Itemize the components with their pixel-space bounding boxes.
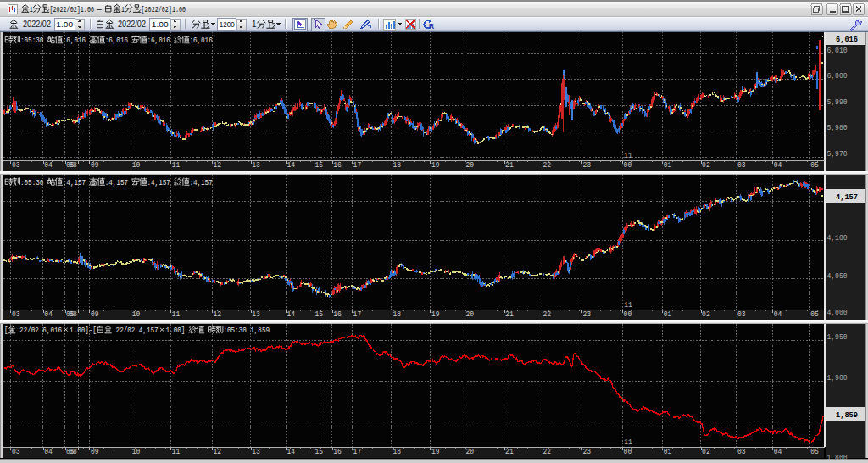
svg-text:01: 01: [664, 310, 672, 319]
svg-text:R: R: [429, 22, 435, 31]
svg-text:15: 15: [315, 161, 324, 170]
svg-text::05:30: :05:30: [20, 36, 43, 45]
svg-text:5,990: 5,990: [827, 98, 848, 107]
svg-text:11: 11: [624, 301, 632, 310]
svg-text::6,016: :6,016: [63, 36, 86, 45]
svg-text:23: 23: [582, 448, 591, 456]
svg-text:18: 18: [392, 448, 401, 456]
svg-text:20: 20: [466, 161, 475, 170]
svg-text:22: 22: [543, 161, 552, 170]
svg-text:2022/02: 2022/02: [23, 20, 51, 29]
svg-text:11: 11: [624, 438, 632, 447]
svg-text::6,016: :6,016: [147, 36, 170, 45]
svg-text:22/02 4,157: 22/02 4,157: [116, 326, 159, 335]
svg-text:20: 20: [466, 448, 475, 456]
svg-text:5,970: 5,970: [827, 150, 848, 159]
svg-text:08: 08: [69, 310, 77, 319]
svg-text:10: 10: [132, 448, 141, 456]
svg-text:09: 09: [91, 161, 99, 170]
svg-text:23: 23: [582, 310, 591, 319]
svg-text:00: 00: [624, 310, 632, 319]
svg-text:03: 03: [12, 448, 20, 456]
svg-text:4,100: 4,100: [827, 234, 848, 243]
svg-text::6,016: :6,016: [105, 36, 128, 45]
svg-text::6,016: :6,016: [189, 36, 212, 45]
svg-text:-: -: [94, 5, 104, 14]
svg-text:18: 18: [392, 161, 401, 170]
svg-text:04: 04: [44, 448, 53, 456]
svg-text:19: 19: [431, 310, 440, 319]
svg-text:02: 02: [702, 161, 710, 170]
svg-text:1.00: 1.00: [56, 20, 73, 29]
svg-text:15: 15: [315, 310, 324, 319]
svg-text:02: 02: [702, 448, 710, 456]
svg-text:22/02 6,016: 22/02 6,016: [19, 326, 62, 335]
svg-text:00: 00: [624, 448, 632, 456]
svg-text:5,980: 5,980: [827, 124, 848, 132]
svg-text:08: 08: [69, 448, 77, 456]
svg-text:19: 19: [431, 448, 440, 456]
svg-text:09: 09: [91, 310, 99, 319]
svg-text:[2022/02]1.00: [2022/02]1.00: [142, 5, 186, 14]
svg-text:17: 17: [353, 310, 362, 319]
svg-text:23: 23: [582, 161, 591, 170]
svg-text:18: 18: [392, 310, 401, 319]
svg-text:21: 21: [505, 310, 514, 319]
svg-text:11: 11: [172, 448, 181, 456]
svg-text::4,157: :4,157: [63, 178, 86, 187]
svg-text:01: 01: [664, 161, 672, 170]
svg-text:04: 04: [774, 310, 782, 319]
svg-text:13: 13: [252, 448, 260, 456]
svg-text:00: 00: [624, 161, 632, 170]
svg-text:05: 05: [810, 310, 819, 319]
svg-text:1: 1: [252, 20, 257, 29]
svg-text:04: 04: [774, 448, 782, 456]
svg-text:21: 21: [505, 161, 514, 170]
svg-text:1: 1: [121, 5, 125, 14]
svg-text:13: 13: [252, 310, 260, 319]
svg-text:1200: 1200: [220, 20, 235, 29]
svg-text:12: 12: [214, 448, 222, 456]
svg-text:15: 15: [315, 448, 324, 456]
svg-text:6,010: 6,010: [827, 47, 848, 55]
svg-text:03: 03: [12, 161, 20, 170]
svg-text:04: 04: [774, 161, 782, 170]
svg-text:16: 16: [333, 310, 342, 319]
svg-text:1,900: 1,900: [827, 374, 848, 382]
svg-text:08: 08: [69, 161, 77, 170]
svg-text:1: 1: [30, 5, 33, 14]
svg-text:03: 03: [12, 310, 20, 319]
svg-text:05: 05: [810, 448, 819, 456]
svg-text::05:30 1,859: :05:30 1,859: [223, 326, 270, 335]
svg-text:19: 19: [431, 161, 440, 170]
svg-text:1,859: 1,859: [836, 410, 858, 420]
svg-text:1,950: 1,950: [827, 333, 848, 342]
svg-text:14: 14: [287, 161, 296, 170]
svg-text:1,800: 1,800: [827, 454, 848, 462]
svg-text:10: 10: [132, 310, 141, 319]
svg-text:4,157: 4,157: [836, 192, 858, 202]
svg-text:2022/02: 2022/02: [118, 20, 146, 29]
svg-text::05:30: :05:30: [20, 178, 43, 187]
svg-text:11: 11: [624, 152, 632, 160]
svg-text:22: 22: [543, 448, 552, 456]
svg-text:4,050: 4,050: [827, 272, 848, 281]
svg-text:16: 16: [333, 161, 342, 170]
svg-text:14: 14: [287, 310, 296, 319]
svg-text:13: 13: [252, 161, 260, 170]
svg-text:03: 03: [737, 310, 746, 319]
svg-text::4,157: :4,157: [147, 178, 170, 187]
svg-text:12: 12: [214, 310, 222, 319]
svg-text:12: 12: [214, 161, 222, 170]
svg-text:04: 04: [44, 310, 53, 319]
svg-text:17: 17: [353, 448, 362, 456]
svg-text:1.00: 1.00: [152, 20, 169, 29]
svg-text:6,000: 6,000: [827, 72, 848, 81]
svg-text:[: [: [4, 326, 8, 335]
svg-text:20: 20: [466, 310, 475, 319]
svg-text:03: 03: [737, 448, 746, 456]
svg-text:14: 14: [287, 448, 296, 456]
svg-text:[2022/02]1.00: [2022/02]1.00: [49, 5, 94, 14]
svg-text:17: 17: [353, 161, 362, 170]
svg-text:11: 11: [172, 310, 181, 319]
